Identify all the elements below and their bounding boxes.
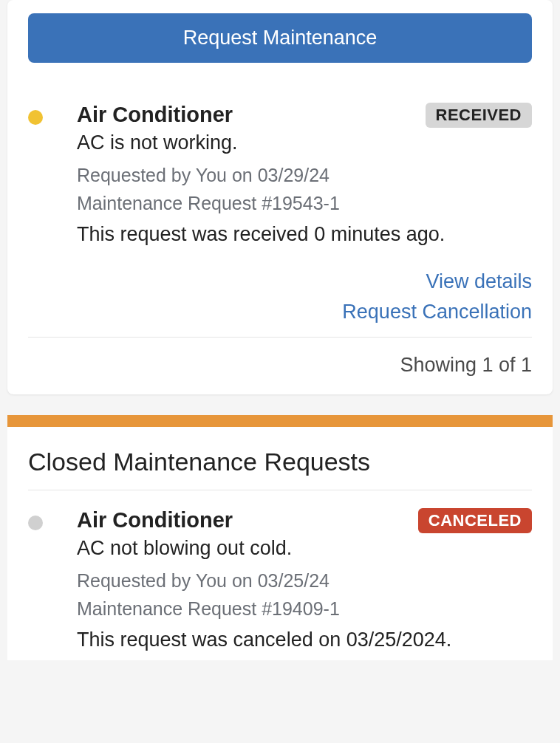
open-request-body: Air Conditioner RECEIVED AC is not worki… — [77, 103, 532, 326]
closed-card-inner: Closed Maintenance Requests Air Conditio… — [7, 427, 553, 660]
open-request-actions: View details Request Cancellation — [77, 267, 532, 326]
open-request-description: AC is not working. — [77, 131, 532, 154]
open-request-title: Air Conditioner — [77, 103, 233, 127]
request-maintenance-button[interactable]: Request Maintenance — [28, 13, 532, 63]
closed-request-number: Maintenance Request #19409-1 — [77, 595, 532, 623]
closed-request-body: Air Conditioner CANCELED AC not blowing … — [77, 508, 532, 651]
open-card-inner: Request Maintenance Air Conditioner RECE… — [7, 0, 553, 394]
open-request-header: Air Conditioner RECEIVED — [77, 103, 532, 131]
open-request-requested-by: Requested by You on 03/29/24 — [77, 162, 532, 190]
section-divider — [28, 490, 532, 490]
status-indicator-icon — [28, 516, 43, 530]
closed-card-accent-bar — [7, 415, 553, 427]
closed-request-requested-by: Requested by You on 03/25/24 — [77, 567, 532, 595]
closed-request-item: Air Conditioner CANCELED AC not blowing … — [28, 508, 532, 660]
pagination-text: Showing 1 of 1 — [28, 354, 532, 377]
closed-request-title: Air Conditioner — [77, 508, 233, 533]
closed-requests-card: Closed Maintenance Requests Air Conditio… — [7, 415, 553, 660]
open-request-item: Air Conditioner RECEIVED AC is not worki… — [28, 103, 532, 338]
view-details-link[interactable]: View details — [77, 267, 532, 297]
closed-request-description: AC not blowing out cold. — [77, 537, 532, 560]
request-cancellation-link[interactable]: Request Cancellation — [77, 297, 532, 327]
status-badge-canceled: CANCELED — [418, 508, 532, 533]
open-request-status-text: This request was received 0 minutes ago. — [77, 223, 532, 246]
closed-section-title: Closed Maintenance Requests — [28, 448, 532, 476]
open-requests-card: Request Maintenance Air Conditioner RECE… — [7, 0, 553, 394]
status-badge-received: RECEIVED — [426, 103, 532, 128]
status-indicator-icon — [28, 110, 43, 125]
closed-request-status-text: This request was canceled on 03/25/2024. — [77, 629, 532, 651]
open-request-number: Maintenance Request #19543-1 — [77, 190, 532, 218]
closed-request-header: Air Conditioner CANCELED — [77, 508, 532, 537]
